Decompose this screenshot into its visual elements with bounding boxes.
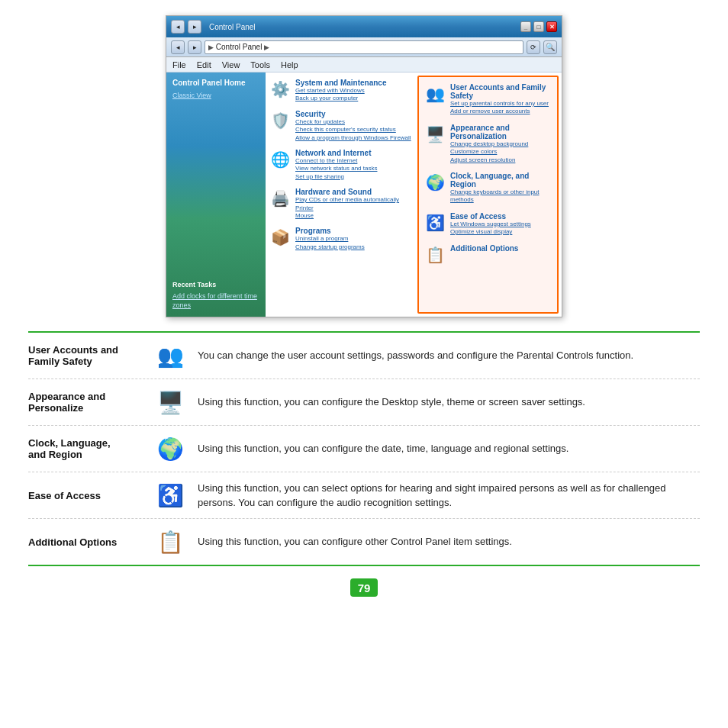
useraccts-link1[interactable]: Set up parental controls for any user: [450, 100, 552, 108]
appearance-title[interactable]: Appearance and Personalization: [450, 124, 552, 140]
search-icon: 🔍: [543, 40, 557, 54]
ease-link2[interactable]: Optimize visual display: [450, 228, 531, 236]
info-label-additional: Additional Options: [28, 536, 143, 548]
cp-main: Control Panel Home Classic View Recent T…: [166, 72, 562, 317]
menu-view[interactable]: View: [222, 60, 240, 69]
window-controls: _ □ ✕: [520, 21, 557, 32]
address-text: Control Panel: [216, 43, 263, 51]
sidebar-classic-view[interactable]: Classic View: [172, 92, 259, 99]
refresh-button[interactable]: ⟳: [527, 40, 540, 54]
programs-link2[interactable]: Change startup programs: [295, 243, 365, 251]
addressbar: ◂ ▸ ▶ Control Panel ▶ ⟳ 🔍: [166, 37, 562, 57]
security-title[interactable]: Security: [295, 110, 411, 118]
network-icon: 🌐: [269, 149, 291, 170]
forward-button[interactable]: ▸: [188, 20, 201, 34]
network-title[interactable]: Network and Internet: [295, 149, 377, 157]
clock-icon: 🌍: [424, 172, 446, 193]
clock-link1[interactable]: Change keyboards or other input methods: [450, 188, 552, 205]
cp-item-appearance[interactable]: 🖥️ Appearance and Personalization Change…: [422, 121, 554, 167]
programs-link1[interactable]: Uninstall a program: [295, 235, 365, 243]
back-button[interactable]: ◂: [171, 20, 185, 34]
info-table: User Accounts andFamily Safety 👥 You can…: [28, 331, 700, 566]
menubar: File Edit View Tools Help: [166, 57, 562, 72]
menu-file[interactable]: File: [172, 60, 186, 69]
cp-item-security[interactable]: 🛡️ Security Check for updates Check this…: [267, 107, 416, 145]
programs-title[interactable]: Programs: [295, 227, 365, 235]
info-row-clock: Clock, Language,and Region 🌍 Using this …: [28, 426, 700, 472]
cp-left-column: ⚙️ System and Maintenance Get started wi…: [266, 72, 417, 317]
page-number-container: 79: [350, 578, 378, 597]
titlebar-text: Control Panel: [209, 23, 256, 31]
info-icon-appearance: 🖥️: [155, 387, 185, 417]
security-link1[interactable]: Check for updates: [295, 118, 411, 126]
titlebar-left: ◂ ▸ Control Panel: [171, 20, 256, 34]
hardware-link3[interactable]: Mouse: [295, 212, 399, 220]
page: ◂ ▸ Control Panel _ □ ✕ ◂ ▸ ▶ Control Pa…: [0, 0, 728, 728]
page-number: 79: [350, 578, 378, 597]
security-link3[interactable]: Allow a program through Windows Firewall: [295, 134, 411, 142]
menu-help[interactable]: Help: [281, 60, 298, 69]
cp-content: ⚙️ System and Maintenance Get started wi…: [266, 72, 562, 317]
useraccts-icon: 👥: [424, 83, 446, 105]
minimize-button[interactable]: _: [520, 21, 531, 32]
cp-item-ease[interactable]: ♿ Ease of Access Let Windows suggest set…: [422, 209, 554, 240]
hardware-link2[interactable]: Printer: [295, 205, 399, 212]
info-label-ease: Ease of Access: [28, 490, 143, 501]
info-desc-clock: Using this function, you can configure t…: [198, 441, 700, 456]
system-link1[interactable]: Get started with Windows: [295, 87, 386, 95]
cp-item-programs[interactable]: 📦 Programs Uninstall a program Change st…: [267, 224, 416, 254]
programs-icon: 📦: [269, 227, 291, 248]
system-title[interactable]: System and Maintenance: [295, 79, 386, 87]
appearance-link2[interactable]: Customize colors: [450, 148, 552, 156]
info-icon-clock: 🌍: [155, 433, 185, 464]
info-row-ease: Ease of Access ♿ Using this function, yo…: [28, 472, 700, 519]
info-desc-additional: Using this function, you can configure o…: [198, 534, 700, 549]
appearance-link3[interactable]: Adjust screen resolution: [450, 156, 552, 164]
address-path[interactable]: ▶ Control Panel ▶: [205, 40, 523, 54]
ease-title[interactable]: Ease of Access: [450, 212, 531, 221]
menu-edit[interactable]: Edit: [197, 60, 211, 69]
info-label-useraccts: User Accounts andFamily Safety: [28, 344, 143, 367]
hardware-title[interactable]: Hardware and Sound: [295, 188, 399, 196]
useraccts-link2[interactable]: Add or remove user accounts: [450, 108, 552, 115]
menu-tools[interactable]: Tools: [250, 60, 270, 69]
info-label-clock: Clock, Language,and Region: [28, 437, 143, 460]
cp-item-system[interactable]: ⚙️ System and Maintenance Get started wi…: [267, 76, 416, 106]
cp-item-useraccts[interactable]: 👥 User Accounts and Family Safety Set up…: [422, 80, 554, 119]
cp-sidebar: Control Panel Home Classic View Recent T…: [166, 72, 266, 317]
ease-icon: ♿: [424, 212, 446, 234]
cp-item-additional[interactable]: 📋 Additional Options: [422, 241, 554, 269]
useraccts-title[interactable]: User Accounts and Family Safety: [450, 83, 552, 100]
network-link2[interactable]: View network status and tasks: [295, 165, 377, 172]
info-icon-useraccts: 👥: [155, 340, 185, 371]
info-label-appearance: Appearance andPersonalize: [28, 391, 143, 414]
hardware-icon: 🖨️: [269, 188, 291, 209]
system-icon: ⚙️: [269, 79, 291, 100]
cp-item-hardware[interactable]: 🖨️ Hardware and Sound Play CDs or other …: [267, 185, 416, 223]
info-icon-additional: 📋: [155, 527, 185, 557]
info-row-useraccts: User Accounts andFamily Safety 👥 You can…: [28, 333, 700, 379]
system-link2[interactable]: Back up your computer: [295, 95, 386, 102]
addr-forward[interactable]: ▸: [188, 40, 201, 54]
cp-item-clock[interactable]: 🌍 Clock, Language, and Region Change key…: [422, 169, 554, 208]
cp-item-network[interactable]: 🌐 Network and Internet Connect to the In…: [267, 146, 416, 184]
close-button[interactable]: ✕: [546, 21, 557, 32]
network-link1[interactable]: Connect to the Internet: [295, 157, 377, 165]
appearance-link1[interactable]: Change desktop background: [450, 140, 552, 148]
sidebar-title: Control Panel Home: [172, 79, 259, 87]
info-row-appearance: Appearance andPersonalize 🖥️ Using this …: [28, 379, 700, 426]
clock-title[interactable]: Clock, Language, and Region: [450, 172, 552, 188]
network-link3[interactable]: Set up file sharing: [295, 173, 377, 181]
maximize-button[interactable]: □: [533, 21, 544, 32]
addr-back[interactable]: ◂: [171, 40, 185, 54]
sidebar-recent-link[interactable]: Add clocks for different time zones: [172, 292, 259, 311]
hardware-link1[interactable]: Play CDs or other media automatically: [295, 196, 399, 204]
additional-title[interactable]: Additional Options: [450, 244, 518, 253]
info-desc-ease: Using this function, you can select opti…: [198, 481, 700, 511]
security-link2[interactable]: Check this computer's security status: [295, 126, 411, 134]
ease-link1[interactable]: Let Windows suggest settings: [450, 221, 531, 228]
sidebar-recent-tasks: Recent Tasks: [172, 281, 259, 288]
additional-icon: 📋: [424, 244, 446, 266]
info-desc-appearance: Using this function, you can configure t…: [198, 395, 700, 410]
security-icon: 🛡️: [269, 110, 291, 131]
